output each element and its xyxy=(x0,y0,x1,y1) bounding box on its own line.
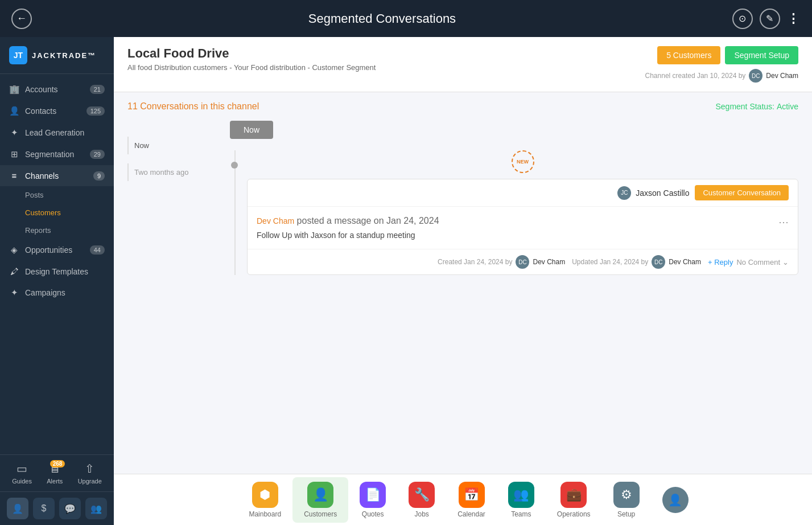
opportunities-icon: ◈ xyxy=(9,245,19,255)
timeline-now-button[interactable]: Now xyxy=(230,121,273,139)
lead-gen-label: Lead Generation xyxy=(25,128,105,137)
sidebar-item-opportunities[interactable]: ◈ Opportunities 44 xyxy=(0,239,114,261)
accounts-label: Accounts xyxy=(25,85,84,94)
contacts-badge: 125 xyxy=(86,106,105,116)
guides-label: Guides xyxy=(12,478,32,485)
sidebar-item-campaigns[interactable]: ✦ Campaigns xyxy=(0,282,114,303)
user-avatar-button[interactable]: 👤 xyxy=(662,487,689,513)
logo-icon: JT xyxy=(9,46,27,64)
sidebar-item-contacts[interactable]: 👤 Contacts 125 xyxy=(0,100,114,122)
new-badge-wrapper: NEW xyxy=(247,150,798,173)
user-profile-icon: 👤 xyxy=(12,503,23,514)
team-icon: 👥 xyxy=(90,503,102,514)
teams-label: Teams xyxy=(511,510,531,518)
nav-customers[interactable]: 👤 Customers xyxy=(292,477,348,523)
channels-badge: 9 xyxy=(93,171,105,181)
no-comment-button[interactable]: No Comment ⌄ xyxy=(736,258,789,266)
alerts-label: Alerts xyxy=(47,478,63,485)
timeline-labels: Now Two months ago xyxy=(127,121,219,275)
conv-card-body: ⋯ Dev Cham posted a message on Jan 24, 2… xyxy=(248,207,798,249)
main-layout: JT JACKTRADE™ 🏢 Accounts 21 👤 Contacts 1… xyxy=(0,37,812,525)
design-templates-icon: 🖍 xyxy=(9,266,19,276)
conv-card-header: JC Jaxson Castillo Customer Conversation xyxy=(248,179,798,207)
chevron-down-icon: ⌄ xyxy=(782,258,789,266)
channel-header: Local Food Drive All food Distribution c… xyxy=(114,37,812,92)
sub-nav: Posts Customers Reports xyxy=(0,186,114,239)
segment-status: Segment Status: Active xyxy=(715,102,798,111)
subnav-posts[interactable]: Posts xyxy=(0,186,114,204)
updater-avatar: DC xyxy=(652,255,665,269)
mainboard-icon: ⬢ xyxy=(252,482,278,508)
guides-button[interactable]: ▭ Guides xyxy=(12,462,32,485)
updater-name: Dev Cham xyxy=(669,258,701,266)
sidebar-item-lead-generation[interactable]: ✦ Lead Generation xyxy=(0,122,114,143)
teams-icon: 👥 xyxy=(508,482,534,508)
sidebar-user-icons: 👤 $ 💬 👥 xyxy=(0,491,114,525)
channel-header-buttons: 5 Customers Segment Setup xyxy=(657,46,798,64)
conv-action: posted a message on Jan 24, 2024 xyxy=(297,216,439,225)
team-button[interactable]: 👥 xyxy=(85,498,107,519)
nav-calendar[interactable]: 📅 Calendar xyxy=(446,477,497,523)
nav-quotes[interactable]: 📄 Quotes xyxy=(348,477,397,523)
setup-label: Setup xyxy=(617,510,635,518)
channels-label: Channels xyxy=(25,171,88,181)
sidebar-logo: JT JACKTRADE™ xyxy=(0,37,114,74)
edit-button[interactable]: ✎ xyxy=(760,9,780,29)
operations-icon: 💼 xyxy=(560,482,587,508)
accounts-badge: 21 xyxy=(90,85,105,94)
billing-icon: $ xyxy=(42,503,47,514)
nav-jobs[interactable]: 🔧 Jobs xyxy=(397,477,446,523)
campaigns-label: Campaigns xyxy=(25,288,105,297)
header-actions: ⊙ ✎ ⋮ xyxy=(732,9,801,29)
filter-icon: ⊙ xyxy=(739,13,746,24)
sidebar-item-accounts[interactable]: 🏢 Accounts 21 xyxy=(0,79,114,100)
messages-button[interactable]: 💬 xyxy=(59,498,81,519)
quotes-icon: 📄 xyxy=(360,482,386,508)
top-header: ← Segmented Conversations ⊙ ✎ ⋮ xyxy=(0,0,812,37)
alerts-button[interactable]: 🖥 268 Alerts xyxy=(47,462,63,485)
customer-conversation-button[interactable]: Customer Conversation xyxy=(695,185,789,200)
filter-button[interactable]: ⊙ xyxy=(732,9,753,29)
subnav-reports[interactable]: Reports xyxy=(0,222,114,239)
reply-button[interactable]: + Reply xyxy=(708,258,733,266)
channel-title: Local Food Drive xyxy=(127,46,376,61)
nav-operations[interactable]: 💼 Operations xyxy=(546,477,602,523)
segmentation-label: Segmentation xyxy=(25,150,84,159)
timeline: Now Two months ago Now NEW xyxy=(127,121,798,275)
back-button[interactable]: ← xyxy=(11,9,32,29)
channel-meta: Channel created Jan 10, 2024 by DC Dev C… xyxy=(645,69,798,83)
content-area: Local Food Drive All food Distribution c… xyxy=(114,37,812,525)
back-icon: ← xyxy=(17,13,27,24)
conversations-count: 11 Conversations in this channel xyxy=(127,101,259,112)
billing-button[interactable]: $ xyxy=(33,498,55,519)
nav-setup[interactable]: ⚙ Setup xyxy=(602,477,651,523)
conv-message: Follow Up with Jaxson for a standup meet… xyxy=(257,231,789,240)
created-section: Created Jan 24, 2024 by DC Dev Cham xyxy=(438,255,565,269)
user-avatar-icon: 👤 xyxy=(668,493,682,507)
sidebar-item-design-templates[interactable]: 🖍 Design Templates xyxy=(0,261,114,282)
conversation-more-button[interactable]: ⋯ xyxy=(778,216,789,228)
timeline-label-two-months: Two months ago xyxy=(127,163,219,181)
lead-gen-icon: ✦ xyxy=(9,128,19,138)
sidebar-item-channels[interactable]: ≡ Channels 9 xyxy=(0,165,114,186)
upgrade-label: Upgrade xyxy=(78,478,102,485)
conv-author: Dev Cham xyxy=(257,216,294,225)
channel-subtitle: All food Distribution customers - Your F… xyxy=(127,63,376,72)
sidebar-item-segmentation[interactable]: ⊞ Segmentation 29 xyxy=(0,143,114,165)
upgrade-icon: ⇧ xyxy=(85,462,94,475)
messages-icon: 💬 xyxy=(64,503,76,514)
user-profile-button[interactable]: 👤 xyxy=(7,498,28,519)
page-title: Segmented Conversations xyxy=(308,11,456,26)
more-button[interactable]: ⋮ xyxy=(787,11,801,26)
new-badge: NEW xyxy=(512,150,534,173)
upgrade-button[interactable]: ⇧ Upgrade xyxy=(78,462,102,485)
segmentation-icon: ⊞ xyxy=(9,149,19,159)
segment-setup-button[interactable]: Segment Setup xyxy=(725,46,798,64)
nav-teams[interactable]: 👥 Teams xyxy=(497,477,546,523)
campaigns-icon: ✦ xyxy=(9,288,19,298)
nav-mainboard[interactable]: ⬢ Mainboard xyxy=(237,477,292,523)
subnav-customers[interactable]: Customers xyxy=(0,204,114,222)
design-templates-label: Design Templates xyxy=(25,267,105,276)
created-label: Created Jan 24, 2024 by xyxy=(438,258,512,266)
customers-count-button[interactable]: 5 Customers xyxy=(657,46,720,64)
